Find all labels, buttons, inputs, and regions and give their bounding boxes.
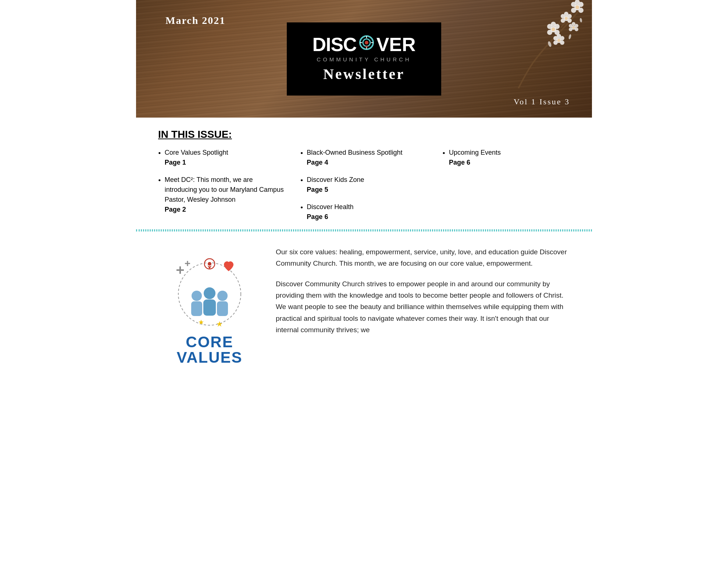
issue-item-meetdc: • Meet DC²: This month, we are introduci… [158, 175, 286, 215]
svg-point-51 [208, 262, 211, 266]
svg-rect-57 [217, 301, 228, 316]
issue-item-bobs: • Black-Owned Business Spotlight Page 4 [300, 148, 428, 168]
logo-o-icon [357, 35, 377, 54]
issue-col-2: • Black-Owned Business Spotlight Page 4 … [300, 148, 428, 222]
core-values-para1: Our six core values: healing, empowermen… [276, 246, 570, 269]
bullet-2: • [158, 176, 161, 185]
core-label-line2: VALUES [176, 350, 242, 365]
logo-subtitle: COMMUNITY CHURCH [305, 56, 423, 62]
bullet-1: • [158, 148, 161, 158]
core-values-illustration [169, 246, 250, 331]
issue-item-kids: • Discover Kids Zone Page 5 [300, 175, 428, 195]
issue-item-health: • Discover Health Page 6 [300, 202, 428, 222]
core-values-para2: Discover Community Church strives to emp… [276, 278, 570, 336]
svg-rect-55 [203, 299, 216, 316]
svg-rect-53 [191, 301, 202, 316]
issue-title: IN THIS ISSUE: [158, 129, 570, 140]
core-label-line1: CORE [176, 334, 242, 350]
logo-church-name: DISC VER [305, 33, 423, 55]
svg-point-54 [204, 287, 215, 299]
logo-ver: VER [377, 33, 416, 55]
svg-point-52 [192, 291, 202, 301]
issue-col-3: • Upcoming Events Page 6 [442, 148, 570, 222]
page-header: March 2021 Vol 1 Issue 3 DISC [136, 0, 592, 118]
bullet-6: • [442, 148, 445, 158]
issue-text-events: Upcoming Events Page 6 [449, 148, 501, 168]
issue-grid: • Core Values Spotlight Page 1 • Meet DC… [158, 148, 570, 222]
main-content: CORE VALUES Our six core values: healing… [136, 232, 592, 380]
issue-text-kids: Discover Kids Zone Page 5 [307, 175, 364, 195]
issue-item-events: • Upcoming Events Page 6 [442, 148, 570, 168]
issue-text-health: Discover Health Page 6 [307, 202, 353, 222]
issue-text-meetdc: Meet DC²: This month, we are introducing… [165, 175, 286, 215]
issue-col-1: • Core Values Spotlight Page 1 • Meet DC… [158, 148, 286, 222]
svg-point-40 [365, 41, 368, 44]
bullet-5: • [300, 203, 303, 212]
logo-box: DISC VER [287, 22, 441, 96]
issue-text-bobs: Black-Owned Business Spotlight Page 4 [307, 148, 402, 168]
in-this-issue-section: IN THIS ISSUE: • Core Values Spotlight P… [136, 118, 592, 230]
bullet-3: • [300, 148, 303, 158]
core-values-label: CORE VALUES [176, 334, 242, 365]
issue-text-core-values: Core Values Spotlight Page 1 [165, 148, 228, 168]
svg-point-56 [217, 291, 228, 301]
header-logo-area: DISC VER [136, 0, 592, 118]
right-column: Our six core values: healing, empowermen… [276, 246, 570, 365]
issue-item-core-values: • Core Values Spotlight Page 1 [158, 148, 286, 168]
left-column: CORE VALUES [158, 246, 261, 365]
bullet-4: • [300, 176, 303, 185]
logo-disc: DISC [312, 33, 356, 55]
logo-newsletter: Newsletter [305, 65, 423, 83]
